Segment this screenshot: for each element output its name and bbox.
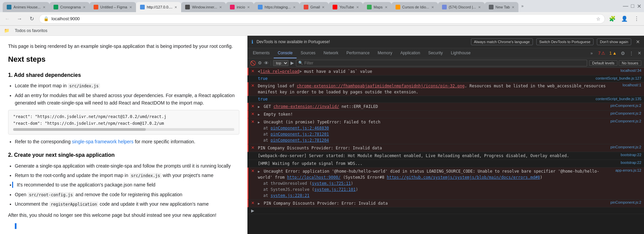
context-selector[interactable]: top — [273, 60, 289, 66]
tab-close-local[interactable]: ✕ — [174, 5, 177, 9]
clear-console-button[interactable]: 🚫 — [250, 60, 256, 66]
log-source[interactable]: localhost/:34 — [618, 68, 641, 72]
tab-close-staging[interactable]: ✕ — [293, 5, 296, 9]
link-rel-preload[interactable]: link rel=preload — [260, 69, 299, 74]
address-bar[interactable]: 🔒 localhost:9000 ☆ — [39, 14, 605, 24]
error-icon: ✕ — [251, 104, 257, 109]
menu-button[interactable]: ⋮ — [632, 14, 641, 24]
no-issues-button[interactable]: No Issues — [619, 60, 641, 66]
tab-lighthouse[interactable]: Lighthouse — [447, 48, 475, 58]
stack-link[interactable]: pinComponent.js:2:781201 — [271, 132, 329, 137]
chrome-ext-link[interactable]: chrome-extension://fhamhppabjaafimiidmel… — [297, 84, 465, 88]
profile-button[interactable]: 👤 — [620, 14, 629, 24]
tab-security[interactable]: Security — [424, 48, 447, 58]
tab-local[interactable]: http://127.0.0.... ✕ — [136, 2, 181, 12]
extensions-button[interactable]: 🧩 — [608, 14, 617, 24]
tab-figma[interactable]: Untitled – Figma ✕ — [90, 2, 136, 12]
tab-cursos[interactable]: Cursos de Idio... ✕ — [392, 2, 438, 12]
bookmark-todos-favoritos[interactable]: Todos os favoritos — [15, 28, 47, 33]
log-source[interactable]: contentScript_bundle.js:135 — [593, 97, 641, 101]
tab-application[interactable]: Application — [396, 48, 424, 58]
close-button[interactable]: ✕ — [637, 3, 641, 9]
expand-arrow[interactable]: ▶ — [258, 202, 260, 205]
tab-overflow-button[interactable]: » — [518, 4, 526, 8]
expand-arrow[interactable]: ▶ — [258, 105, 260, 109]
tab-console[interactable]: Console — [274, 48, 297, 58]
bookmarks-bar: 📁 Todos os favoritos — [0, 26, 644, 36]
tab-staging[interactable]: https://staging... ✕ — [254, 2, 300, 12]
devtools-settings-button[interactable]: ⚙ — [619, 50, 626, 57]
expand-arrow[interactable]: ▶ — [258, 113, 260, 116]
log-source[interactable]: pinComponent.js:2 — [608, 145, 641, 149]
tab-inicio[interactable]: inicio ✕ — [226, 2, 254, 12]
tab-maps[interactable]: Maps ✕ — [363, 2, 392, 12]
console-settings-icon[interactable]: ⚙ — [258, 60, 262, 65]
dont-show-again-button[interactable]: Don't show again — [597, 38, 631, 45]
notification-close-button[interactable]: ✕ — [636, 39, 640, 45]
log-source[interactable]: bootstrap:22 — [618, 153, 641, 157]
tab-newtab[interactable]: New Tab ✕ — [485, 2, 519, 12]
tab-discord[interactable]: (574) Discord |... ✕ — [438, 2, 485, 12]
tab-network[interactable]: Network — [319, 48, 342, 58]
forward-button[interactable]: → — [15, 14, 24, 24]
back-button[interactable]: ← — [3, 14, 12, 24]
stack-link[interactable]: system.js:721:101 — [314, 187, 356, 192]
reload-button[interactable]: ↻ — [27, 14, 36, 24]
tab-close-inicio[interactable]: ✕ — [247, 5, 250, 9]
systemjs-error-link[interactable]: https://github.com/systemjs/systemjs/blo… — [387, 175, 540, 180]
devtools-close-button[interactable]: ✕ — [636, 50, 643, 56]
minimize-button[interactable]: — — [623, 3, 628, 9]
tab-animes-house[interactable]: Animes House... ✕ — [3, 2, 49, 12]
code-scrollbar[interactable] — [13, 128, 234, 131]
filter-input[interactable] — [304, 61, 585, 65]
tab-close-wp[interactable]: ✕ — [43, 5, 45, 9]
maximize-button[interactable]: □ — [631, 3, 634, 9]
devtools-more-button[interactable]: ⋮ — [628, 50, 635, 56]
match-language-button[interactable]: Always match Chrome's language — [471, 38, 533, 45]
tab-cronograma[interactable]: Cronograma ✕ — [49, 2, 90, 12]
tab-performance[interactable]: Performance — [342, 48, 374, 58]
execute-context-icon[interactable]: ▶ — [291, 60, 294, 65]
default-levels-button[interactable]: Default levels — [589, 60, 617, 66]
tab-close-m[interactable]: ✕ — [219, 5, 222, 9]
localhost-link[interactable]: http://localhost:9000/ — [287, 175, 341, 180]
filter-input-wrap[interactable]: 🔍 — [296, 60, 587, 66]
log-source[interactable]: localhost/:1 — [620, 83, 641, 87]
log-source[interactable]: pinComponent.js:2 — [608, 119, 641, 123]
star-icon[interactable]: ☆ — [596, 16, 601, 22]
tab-window-inner[interactable]: Window.inner... ✕ — [181, 2, 226, 12]
expand-arrow[interactable]: ▶ — [258, 170, 260, 173]
tab-close-maps[interactable]: ✕ — [385, 5, 387, 9]
tab-sources[interactable]: Sources — [297, 48, 319, 58]
tab-close-discord[interactable]: ✕ — [478, 5, 481, 9]
tab-close-figma[interactable]: ✕ — [129, 5, 132, 9]
expand-arrow[interactable]: ▶ — [258, 120, 260, 124]
log-source[interactable]: bootstrap:22 — [618, 160, 641, 165]
eye-icon[interactable]: 👁 — [264, 60, 269, 66]
tab-close-cursos[interactable]: ✕ — [431, 5, 434, 9]
stack-link[interactable]: pinComponent.js:2:781204 — [271, 138, 329, 143]
tab-memory[interactable]: Memory — [374, 48, 396, 58]
devtools-tabs-overflow[interactable]: » — [588, 51, 596, 56]
log-source[interactable]: pinComponent.js:2 — [608, 104, 641, 108]
tab-favicon-newtab — [489, 5, 494, 9]
tab-close-newtab[interactable]: ✕ — [512, 5, 514, 9]
tab-elements[interactable]: Elements — [249, 48, 274, 58]
tab-favicon-local — [140, 5, 145, 9]
log-source[interactable]: pinComponent.js:2 — [608, 111, 641, 115]
helpers-link[interactable]: single-spa framework helpers — [72, 139, 134, 144]
tab-close-gmail[interactable]: ✕ — [322, 5, 325, 9]
chrome-ext-invalid[interactable]: chrome-extension://invalid/ — [273, 104, 339, 109]
stack-link[interactable]: pinComponent.js:2:468830 — [271, 126, 329, 130]
tab-close-sheets[interactable]: ✕ — [83, 5, 86, 9]
stack-link[interactable]: system.js:725:11 — [312, 181, 351, 186]
log-source[interactable]: pinComponent.js:2 — [608, 200, 641, 204]
stack-link[interactable]: system.js:228:21 — [271, 193, 310, 198]
switch-language-button[interactable]: Switch DevTools to Portuguese — [536, 38, 594, 45]
tab-gmail[interactable]: Gmail ✕ — [300, 2, 329, 12]
log-content: ▶ Uncaught (in promise) TypeError: Faile… — [258, 119, 608, 143]
tab-youtube[interactable]: YouTube ✕ — [329, 2, 363, 12]
log-source[interactable]: app-errors.js:12 — [613, 168, 641, 172]
log-source[interactable]: contentScript_bundle.js:127 — [593, 76, 641, 80]
tab-close-youtube[interactable]: ✕ — [356, 5, 359, 9]
